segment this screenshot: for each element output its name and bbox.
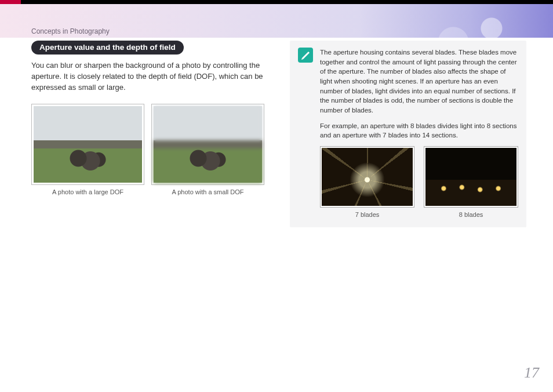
note-icon xyxy=(298,48,313,63)
page-number: 17 xyxy=(524,364,539,382)
blade-figure-7: 7 blades xyxy=(320,146,414,218)
right-column: The aperture housing contains several bl… xyxy=(290,41,526,227)
caption-small-dof: A photo with a small DOF xyxy=(151,188,264,195)
top-bar xyxy=(0,0,553,4)
photo-7-blades xyxy=(322,148,413,206)
left-column: Aperture value and the depth of field Yo… xyxy=(31,41,263,227)
note-body: The aperture housing contains several bl… xyxy=(320,48,518,218)
dof-examples-row: A photo with a large DOF A photo with a … xyxy=(31,104,263,195)
photo-8-blades xyxy=(425,148,516,206)
dof-figure-large: A photo with a large DOF xyxy=(31,104,144,195)
blade-examples-row: 7 blades 8 blades xyxy=(320,146,518,218)
dof-figure-small: A photo with a small DOF xyxy=(151,104,264,195)
blade-figure-8: 8 blades xyxy=(424,146,518,218)
header-gradient: Concepts in Photography xyxy=(0,4,553,38)
caption-8-blades: 8 blades xyxy=(424,211,518,218)
intro-paragraph: You can blur or sharpen the background o… xyxy=(31,60,263,93)
note-paragraph-1: The aperture housing contains several bl… xyxy=(320,48,518,115)
image-frame xyxy=(320,146,414,208)
caption-large-dof: A photo with a large DOF xyxy=(31,188,144,195)
caption-7-blades: 7 blades xyxy=(320,211,414,218)
page-content: Aperture value and the depth of field Yo… xyxy=(31,41,526,227)
breadcrumb: Concepts in Photography xyxy=(31,27,110,35)
image-frame xyxy=(31,104,144,185)
image-frame xyxy=(151,104,264,185)
note-box: The aperture housing contains several bl… xyxy=(290,41,526,227)
section-heading: Aperture value and the depth of field xyxy=(31,41,184,55)
top-bar-accent xyxy=(0,0,21,4)
photo-small-dof xyxy=(154,106,262,183)
note-paragraph-2: For example, an aperture with 8 blades d… xyxy=(320,121,518,140)
image-frame xyxy=(424,146,518,208)
photo-large-dof xyxy=(34,106,142,183)
